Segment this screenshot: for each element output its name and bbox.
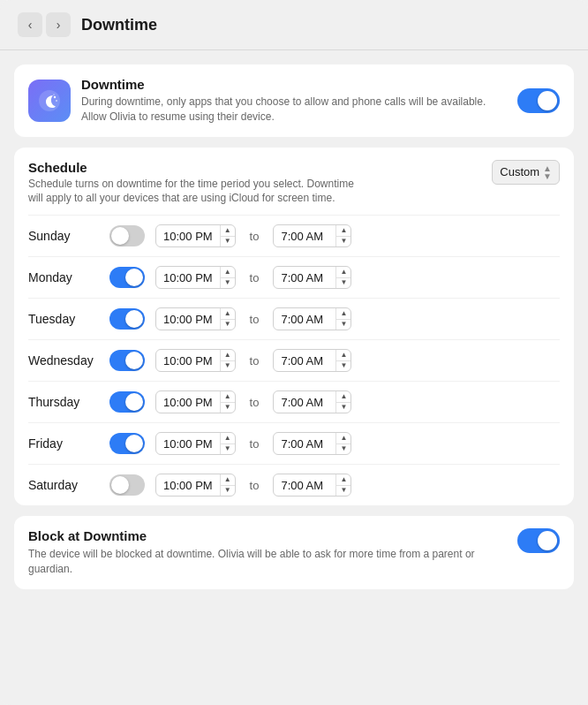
schedule-card: Schedule Schedule turns on downtime for … bbox=[14, 148, 574, 506]
downtime-info-row: Downtime During downtime, only apps that… bbox=[28, 77, 560, 125]
tuesday-from-picker[interactable]: 10:00 PM ▲ ▼ bbox=[155, 307, 236, 330]
saturday-to-value: 7:00 AM bbox=[274, 479, 335, 492]
tuesday-to-down[interactable]: ▼ bbox=[336, 320, 351, 330]
block-text-group: Block at Downtime The device will be blo… bbox=[28, 528, 507, 577]
day-label-sunday: Sunday bbox=[28, 229, 99, 243]
window: ‹ › Downtime Downtime bbox=[0, 0, 588, 705]
schedule-mode-select[interactable]: Custom ▲▼ bbox=[492, 160, 560, 185]
wednesday-to-up[interactable]: ▲ bbox=[336, 350, 351, 361]
monday-to-value: 7:00 AM bbox=[274, 271, 335, 284]
friday-to-arrows: ▲ ▼ bbox=[335, 433, 351, 454]
monday-toggle[interactable] bbox=[109, 267, 145, 288]
thursday-to-arrows: ▲ ▼ bbox=[335, 391, 351, 413]
tuesday-from-down[interactable]: ▼ bbox=[221, 320, 235, 330]
monday-to-down[interactable]: ▼ bbox=[336, 278, 351, 289]
content-area: Downtime During downtime, only apps that… bbox=[0, 50, 588, 603]
schedule-header-left: Schedule Schedule turns on downtime for … bbox=[28, 160, 364, 207]
wednesday-from-up[interactable]: ▲ bbox=[221, 350, 235, 361]
friday-from-value: 10:00 PM bbox=[156, 437, 220, 451]
saturday-toggle[interactable] bbox=[109, 474, 145, 496]
downtime-text-group: Downtime During downtime, only apps that… bbox=[81, 77, 507, 125]
wednesday-from-value: 10:00 PM bbox=[156, 354, 220, 368]
sunday-from-value: 10:00 PM bbox=[156, 230, 220, 243]
wednesday-from-down[interactable]: ▼ bbox=[221, 361, 235, 372]
sunday-to-arrows: ▲ ▼ bbox=[335, 225, 351, 246]
forward-button[interactable]: › bbox=[46, 12, 71, 37]
thursday-from-down[interactable]: ▼ bbox=[221, 403, 235, 413]
tuesday-from-value: 10:00 PM bbox=[156, 313, 220, 326]
block-at-downtime-toggle[interactable] bbox=[517, 528, 560, 553]
day-label-tuesday: Tuesday bbox=[28, 312, 99, 326]
downtime-card-desc: During downtime, only apps that you choo… bbox=[81, 95, 507, 125]
sunday-to-up[interactable]: ▲ bbox=[336, 225, 351, 237]
svg-point-2 bbox=[56, 100, 57, 102]
monday-to-arrows: ▲ ▼ bbox=[335, 267, 351, 288]
tuesday-to-up[interactable]: ▲ bbox=[336, 308, 351, 320]
wednesday-to-down[interactable]: ▼ bbox=[336, 361, 351, 372]
wednesday-to-value: 7:00 AM bbox=[274, 354, 335, 368]
tuesday-to-arrows: ▲ ▼ bbox=[335, 308, 351, 330]
saturday-from-value: 10:00 PM bbox=[156, 479, 220, 492]
tuesday-toggle[interactable] bbox=[109, 308, 145, 330]
sunday-from-picker[interactable]: 10:00 PM ▲ ▼ bbox=[155, 224, 236, 247]
header: ‹ › Downtime bbox=[0, 0, 588, 50]
back-button[interactable]: ‹ bbox=[18, 12, 42, 37]
thursday-to-picker[interactable]: 7:00 AM ▲ ▼ bbox=[273, 390, 351, 413]
monday-to-up[interactable]: ▲ bbox=[336, 267, 351, 278]
monday-to-picker[interactable]: 7:00 AM ▲ ▼ bbox=[273, 266, 351, 289]
saturday-from-picker[interactable]: 10:00 PM ▲ ▼ bbox=[155, 474, 236, 497]
wednesday-to-arrows: ▲ ▼ bbox=[335, 350, 351, 371]
monday-from-picker[interactable]: 10:00 PM ▲ ▼ bbox=[155, 266, 236, 289]
tuesday-from-up[interactable]: ▲ bbox=[221, 308, 235, 320]
friday-to-up[interactable]: ▲ bbox=[336, 433, 351, 444]
block-desc: The device will be blocked at downtime. … bbox=[28, 547, 507, 577]
downtime-svg-icon bbox=[37, 88, 62, 113]
thursday-to-label: to bbox=[246, 396, 263, 409]
friday-from-down[interactable]: ▼ bbox=[221, 444, 235, 455]
monday-from-down[interactable]: ▼ bbox=[221, 278, 235, 289]
table-row: Monday 10:00 PM ▲ ▼ to 7:00 AM ▲ bbox=[28, 256, 560, 298]
thursday-toggle[interactable] bbox=[109, 391, 145, 413]
friday-from-picker[interactable]: 10:00 PM ▲ ▼ bbox=[155, 432, 236, 455]
monday-from-arrows: ▲ ▼ bbox=[220, 267, 235, 288]
thursday-from-up[interactable]: ▲ bbox=[221, 391, 235, 403]
downtime-main-toggle[interactable] bbox=[517, 88, 560, 113]
downtime-app-icon bbox=[28, 80, 71, 122]
thursday-to-down[interactable]: ▼ bbox=[336, 403, 351, 413]
schedule-title: Schedule bbox=[28, 160, 364, 175]
saturday-to-arrows: ▲ ▼ bbox=[335, 474, 351, 496]
table-row: Wednesday 10:00 PM ▲ ▼ to 7:00 AM ▲ bbox=[28, 339, 560, 381]
friday-to-down[interactable]: ▼ bbox=[336, 444, 351, 455]
thursday-to-up[interactable]: ▲ bbox=[336, 391, 351, 403]
saturday-to-up[interactable]: ▲ bbox=[336, 474, 351, 486]
svg-point-1 bbox=[54, 96, 56, 98]
sunday-from-up[interactable]: ▲ bbox=[221, 225, 235, 237]
monday-from-up[interactable]: ▲ bbox=[221, 267, 235, 278]
sunday-to-down[interactable]: ▼ bbox=[336, 237, 351, 247]
day-label-saturday: Saturday bbox=[28, 478, 99, 492]
table-row: Sunday 10:00 PM ▲ ▼ to 7:00 AM ▲ bbox=[28, 215, 560, 256]
friday-from-up[interactable]: ▲ bbox=[221, 433, 235, 444]
sunday-from-down[interactable]: ▼ bbox=[221, 237, 235, 247]
block-title: Block at Downtime bbox=[28, 528, 507, 543]
friday-from-arrows: ▲ ▼ bbox=[220, 433, 235, 454]
day-label-friday: Friday bbox=[28, 436, 99, 451]
thursday-from-arrows: ▲ ▼ bbox=[220, 391, 235, 413]
tuesday-to-picker[interactable]: 7:00 AM ▲ ▼ bbox=[273, 307, 351, 330]
friday-to-picker[interactable]: 7:00 AM ▲ ▼ bbox=[273, 432, 351, 455]
saturday-to-down[interactable]: ▼ bbox=[336, 486, 351, 497]
friday-to-label: to bbox=[246, 437, 263, 451]
saturday-to-picker[interactable]: 7:00 AM ▲ ▼ bbox=[273, 474, 351, 497]
wednesday-from-arrows: ▲ ▼ bbox=[220, 350, 235, 371]
wednesday-to-picker[interactable]: 7:00 AM ▲ ▼ bbox=[273, 349, 351, 372]
saturday-from-up[interactable]: ▲ bbox=[221, 474, 235, 486]
sunday-to-picker[interactable]: 7:00 AM ▲ ▼ bbox=[273, 224, 351, 247]
saturday-from-down[interactable]: ▼ bbox=[221, 486, 235, 497]
thursday-from-value: 10:00 PM bbox=[156, 396, 220, 409]
thursday-from-picker[interactable]: 10:00 PM ▲ ▼ bbox=[155, 390, 236, 413]
friday-toggle[interactable] bbox=[109, 433, 145, 454]
wednesday-toggle[interactable] bbox=[109, 350, 145, 371]
tuesday-to-value: 7:00 AM bbox=[274, 313, 335, 326]
wednesday-from-picker[interactable]: 10:00 PM ▲ ▼ bbox=[155, 349, 236, 372]
sunday-toggle[interactable] bbox=[109, 225, 145, 246]
